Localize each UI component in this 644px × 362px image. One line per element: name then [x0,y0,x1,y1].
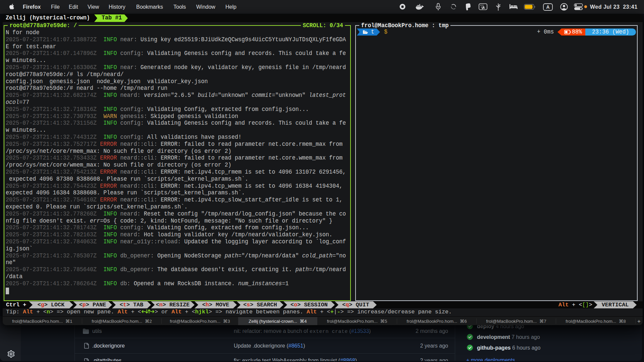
svg-text:A: A [546,4,549,10]
